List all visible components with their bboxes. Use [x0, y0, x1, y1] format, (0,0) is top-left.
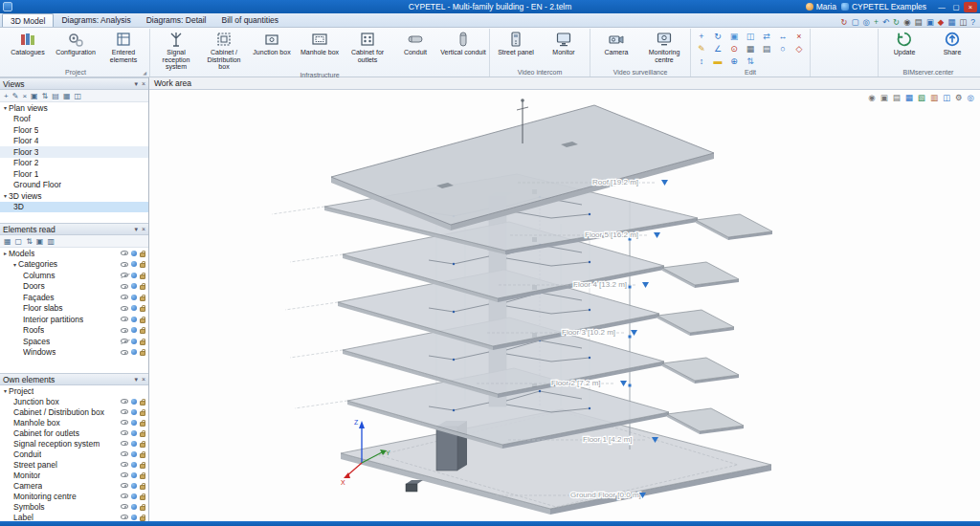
3d-visibility-icon[interactable]	[131, 261, 137, 267]
visibility-icon[interactable]	[121, 472, 128, 477]
rotate-tool[interactable]: ↻	[710, 31, 725, 43]
tree-item-interior-partitions[interactable]: Interior partitions	[0, 314, 148, 325]
expander-icon[interactable]: ▾	[13, 261, 16, 268]
3d-visibility-icon[interactable]	[131, 420, 137, 426]
tree-item-floor-5[interactable]: Floor 5	[0, 124, 148, 136]
tree-item-spaces[interactable]: Spaces	[0, 336, 148, 347]
3d-visibility-icon[interactable]	[131, 462, 137, 468]
tree-item-signal-reception-system[interactable]: Signal reception system	[0, 438, 148, 449]
print-view-icon[interactable]: ▤	[893, 93, 901, 102]
expander-icon[interactable]: ▾	[4, 192, 7, 199]
tree-item-windows[interactable]: Windows	[0, 347, 148, 359]
lock-icon[interactable]	[140, 285, 145, 290]
tree-item-3d-views[interactable]: ▾3D views	[0, 190, 148, 202]
lock-icon[interactable]	[140, 506, 145, 511]
tree-item-floor-4[interactable]: Floor 4	[0, 136, 148, 147]
visibility-icon[interactable]	[121, 441, 128, 446]
manhole-box[interactable]	[406, 480, 423, 492]
help-icon[interactable]: ?	[970, 17, 975, 27]
visibility-icon[interactable]	[121, 328, 128, 333]
close-icon[interactable]: ×	[142, 376, 145, 384]
tree-item-monitor[interactable]: Monitor	[0, 470, 148, 480]
lock-icon[interactable]	[140, 318, 145, 323]
stretch-tool[interactable]: ↔	[775, 31, 791, 43]
visibility-icon[interactable]	[121, 273, 128, 277]
balcony-slab[interactable]	[657, 310, 734, 336]
work-area[interactable]: Work area ◉▣▤▦▧▥◫⚙◎ Roof [19.2 m]Floor 5…	[149, 77, 980, 521]
visibility-icon[interactable]	[121, 295, 128, 299]
3d-visibility-icon[interactable]	[131, 283, 137, 289]
tree-item-floor-3[interactable]: Floor 3	[0, 146, 148, 158]
visibility-icon[interactable]	[121, 483, 128, 488]
visibility-icon[interactable]	[121, 420, 128, 425]
3d-visibility-icon[interactable]	[131, 441, 137, 447]
expander-icon[interactable]: ▸	[4, 250, 7, 256]
lock-icon[interactable]	[140, 411, 145, 416]
ribbon-button-entered-elements[interactable]: Entered elements	[100, 30, 146, 63]
3d-visibility-icon[interactable]	[131, 339, 137, 344]
delete-tool[interactable]: ×	[791, 31, 807, 43]
layers-icon[interactable]: ▦	[947, 17, 955, 27]
tree-item-floor-1[interactable]: Floor 1	[0, 168, 148, 180]
ribbon-button-monitor[interactable]: Monitor	[541, 30, 587, 56]
move-tool[interactable]: +	[694, 31, 709, 43]
diamond-tool[interactable]: ◇	[791, 43, 807, 55]
tree-item-categories[interactable]: ▾Categories	[0, 259, 148, 271]
balcony-slab[interactable]	[662, 358, 739, 384]
3d-visibility-icon[interactable]	[131, 472, 137, 478]
3d-visibility-icon[interactable]	[131, 327, 137, 333]
grid-tool[interactable]: ▦	[743, 43, 758, 55]
close-icon[interactable]: ×	[142, 226, 145, 233]
tree-item-project[interactable]: ▾Project	[0, 385, 148, 396]
orbit-icon[interactable]: ↻	[893, 17, 900, 27]
order-view-icon[interactable]: ⇅	[42, 91, 49, 101]
ribbon-button-share[interactable]: Share	[929, 30, 975, 56]
ribbon-button-conduit[interactable]: Conduit	[392, 30, 438, 56]
angle-tool[interactable]: ∠	[710, 43, 725, 55]
copy-tool[interactable]: ▣	[726, 31, 742, 43]
visibility-icon[interactable]	[121, 430, 128, 435]
export-view-icon[interactable]: ▦	[63, 91, 71, 101]
new-view-icon[interactable]: +	[4, 91, 9, 101]
hide-all-icon[interactable]: ▢	[15, 236, 23, 247]
lock-icon[interactable]	[140, 453, 145, 458]
sort-elements-icon[interactable]: ⇅	[26, 236, 33, 247]
ribbon-button-monitoring-centre[interactable]: Monitoring centre	[641, 30, 687, 63]
tree-item-cabinet-distribution-box[interactable]: Cabinet / Distribution box	[0, 406, 148, 417]
tree-item-floor-2[interactable]: Floor 2	[0, 158, 148, 169]
tree-item-models[interactable]: ▸Models	[0, 248, 148, 259]
lock-icon[interactable]	[140, 443, 145, 448]
ribbon-button-street-panel[interactable]: Street panel	[493, 30, 539, 56]
visibility-icon[interactable]	[121, 451, 128, 456]
measure-tool[interactable]: ▬	[710, 55, 725, 68]
layers-view-icon[interactable]: ▦	[905, 93, 913, 102]
3d-visibility-icon[interactable]	[131, 430, 137, 436]
tree-item-columns[interactable]: Columns	[0, 270, 148, 281]
visibility-view-icon[interactable]: ◎	[968, 93, 974, 102]
3d-visibility-icon[interactable]	[131, 273, 137, 278]
tree-item-camera[interactable]: Camera	[0, 480, 148, 491]
tab-3d-model[interactable]: 3D Model	[2, 13, 54, 27]
visibility-icon[interactable]	[121, 462, 128, 467]
lock-icon[interactable]	[140, 329, 145, 334]
tree-item-manhole-box[interactable]: Manhole box	[0, 417, 148, 427]
render-icon[interactable]: ▣	[880, 93, 888, 102]
lock-icon[interactable]	[140, 274, 145, 279]
tree-item-junction-box[interactable]: Junction box	[0, 396, 148, 406]
3d-visibility-icon[interactable]	[131, 504, 137, 510]
zoom-all-icon[interactable]: ◎	[863, 17, 870, 27]
expander-icon[interactable]: ▾	[4, 104, 7, 111]
canvas-3d[interactable]: Roof [19.2 m]Floor 5 [16.2 m]Floor 4 [13…	[149, 90, 980, 521]
tree-item-doors[interactable]: Doors	[0, 281, 148, 293]
lock-icon[interactable]	[140, 340, 145, 345]
tree-item-3d[interactable]: 3D	[0, 202, 148, 213]
visibility-icon[interactable]	[121, 350, 128, 355]
edit-tool[interactable]: ✎	[694, 43, 709, 55]
lock-all-icon[interactable]: ▣	[36, 236, 44, 247]
app-icon[interactable]	[3, 2, 12, 11]
offset-tool[interactable]: ⇄	[759, 31, 774, 43]
visibility-icon[interactable]	[121, 493, 128, 498]
zoom-window-icon[interactable]: ▢	[852, 17, 859, 27]
tree-item-cabinet-for-outlets[interactable]: Cabinet for outlets	[0, 427, 148, 438]
user-chip[interactable]: Maria	[806, 2, 836, 11]
